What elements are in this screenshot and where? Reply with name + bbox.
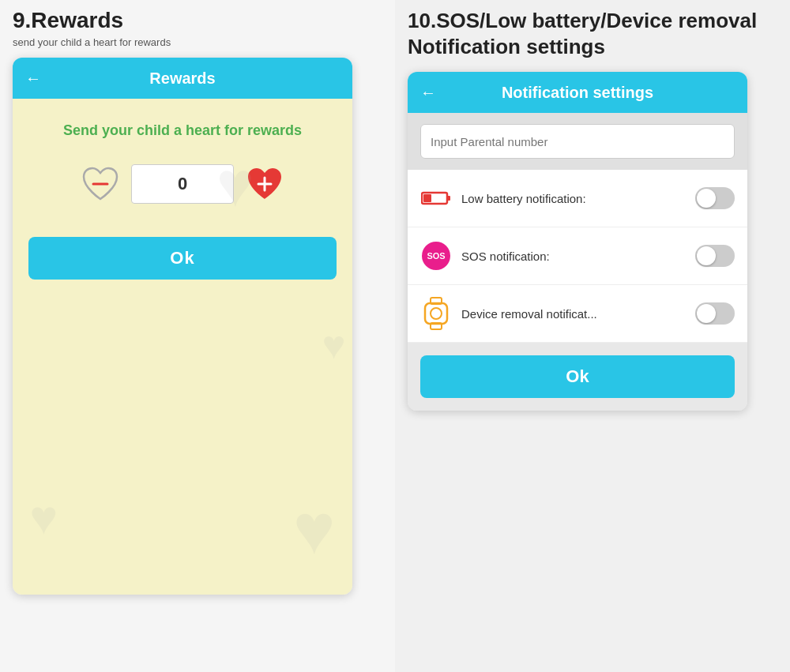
device-removal-toggle[interactable] bbox=[695, 302, 735, 325]
rewards-title: Rewards bbox=[149, 69, 215, 88]
heart-count: 0 bbox=[131, 164, 234, 204]
low-battery-label: Low battery notification: bbox=[461, 192, 686, 205]
sos-toggle[interactable] bbox=[695, 245, 735, 267]
hearts-row: 0 bbox=[79, 163, 286, 205]
notification-body: Low battery notification: SOS SOS notifi… bbox=[408, 113, 747, 411]
right-panel: 10.SOS/Low battery/Device removal Notifi… bbox=[395, 0, 790, 672]
rewards-body: ♥ ♥ ♥ ♥ Send your child a heart for rewa… bbox=[13, 99, 352, 595]
watch-icon bbox=[420, 298, 452, 329]
svg-point-9 bbox=[431, 308, 442, 319]
rewards-header: ← Rewards bbox=[13, 58, 352, 99]
svg-rect-4 bbox=[423, 194, 431, 202]
battery-icon bbox=[420, 182, 452, 214]
notification-phone-mockup: ← Notification settings Low ba bbox=[408, 72, 747, 411]
notification-rows: Low battery notification: SOS SOS notifi… bbox=[408, 170, 747, 343]
notification-header: ← Notification settings bbox=[408, 72, 747, 113]
decrease-heart-button[interactable] bbox=[79, 163, 122, 205]
rewards-back-icon[interactable]: ← bbox=[25, 69, 41, 88]
notification-footer: Ok bbox=[408, 343, 747, 411]
input-section bbox=[408, 113, 747, 170]
right-section-title: 10.SOS/Low battery/Device removal Notifi… bbox=[408, 8, 777, 59]
notification-title: Notification settings bbox=[502, 84, 653, 102]
left-panel: 9.Rewards send your child a heart for re… bbox=[0, 0, 395, 672]
sos-label: SOS notification: bbox=[461, 250, 686, 263]
low-battery-row: Low battery notification: bbox=[408, 170, 747, 227]
device-removal-label: Device removal notificat... bbox=[461, 307, 686, 321]
parental-number-input[interactable] bbox=[420, 124, 735, 159]
low-battery-toggle[interactable] bbox=[695, 187, 735, 209]
left-section-title: 9.Rewards bbox=[13, 8, 382, 33]
sos-icon: SOS bbox=[420, 240, 452, 272]
device-removal-row: Device removal notificat... bbox=[408, 285, 747, 343]
notification-back-icon[interactable]: ← bbox=[420, 84, 436, 102]
rewards-phone-mockup: ← Rewards ♥ ♥ ♥ ♥ Send your child a hear… bbox=[13, 58, 352, 595]
svg-rect-5 bbox=[447, 196, 450, 201]
rewards-message: Send your child a heart for rewards bbox=[63, 122, 302, 139]
svg-rect-6 bbox=[425, 303, 447, 324]
sos-badge: SOS bbox=[422, 242, 450, 270]
rewards-ok-button[interactable]: Ok bbox=[28, 237, 337, 280]
sos-row: SOS SOS notification: bbox=[408, 227, 747, 285]
notification-ok-button[interactable]: Ok bbox=[420, 355, 735, 398]
left-section-subtitle: send your child a heart for rewards bbox=[13, 36, 382, 48]
increase-heart-button[interactable] bbox=[243, 163, 286, 205]
